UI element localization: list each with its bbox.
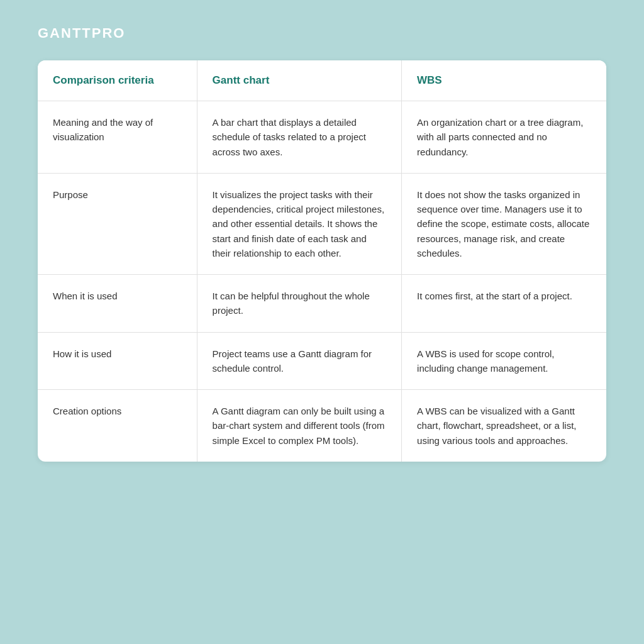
cell-wbs-0: An organization chart or a tree diagram,…: [402, 101, 606, 174]
header-wbs: WBS: [402, 60, 606, 101]
cell-criteria-4: Creation options: [38, 390, 197, 462]
table-row: Meaning and the way of visualizationA ba…: [38, 101, 606, 174]
table-row: PurposeIt visualizes the project tasks w…: [38, 173, 606, 274]
comparison-table: Comparison criteria Gantt chart WBS Mean…: [38, 60, 606, 462]
cell-criteria-2: When it is used: [38, 275, 197, 333]
table-row: Creation optionsA Gantt diagram can only…: [38, 390, 606, 462]
cell-wbs-3: A WBS is used for scope control, includi…: [402, 332, 606, 390]
logo-text: GANTTPRO: [38, 25, 125, 41]
comparison-table-container: Comparison criteria Gantt chart WBS Mean…: [38, 60, 606, 462]
cell-gantt-2: It can be helpful throughout the whole p…: [197, 275, 401, 333]
table-row: How it is usedProject teams use a Gantt …: [38, 332, 606, 390]
cell-gantt-3: Project teams use a Gantt diagram for sc…: [197, 332, 401, 390]
cell-wbs-1: It does not show the tasks organized in …: [402, 173, 606, 274]
logo-area: GANTTPRO: [38, 25, 606, 42]
cell-criteria-3: How it is used: [38, 332, 197, 390]
table-header-row: Comparison criteria Gantt chart WBS: [38, 60, 606, 101]
cell-gantt-4: A Gantt diagram can only be built using …: [197, 390, 401, 462]
table-row: When it is usedIt can be helpful through…: [38, 275, 606, 333]
cell-criteria-1: Purpose: [38, 173, 197, 274]
header-criteria: Comparison criteria: [38, 60, 197, 101]
cell-gantt-1: It visualizes the project tasks with the…: [197, 173, 401, 274]
table-body: Meaning and the way of visualizationA ba…: [38, 101, 606, 462]
cell-wbs-2: It comes first, at the start of a projec…: [402, 275, 606, 333]
cell-wbs-4: A WBS can be visualized with a Gantt cha…: [402, 390, 606, 462]
header-gantt: Gantt chart: [197, 60, 401, 101]
cell-gantt-0: A bar chart that displays a detailed sch…: [197, 101, 401, 174]
cell-criteria-0: Meaning and the way of visualization: [38, 101, 197, 174]
